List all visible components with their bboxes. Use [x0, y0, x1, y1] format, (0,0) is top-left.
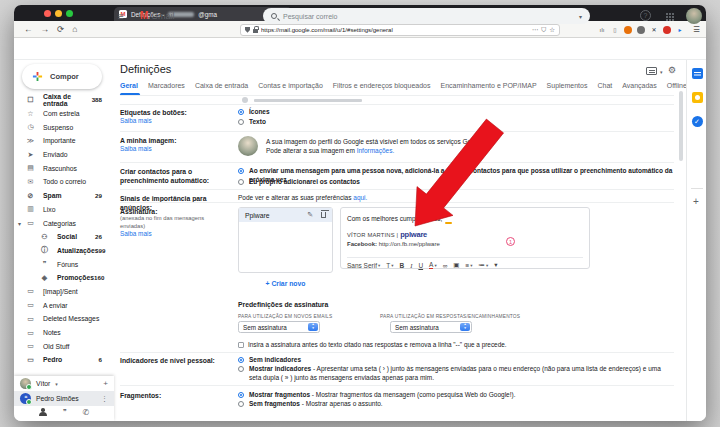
grammar-extension-badge[interactable]: 1 [506, 237, 515, 246]
radio-option[interactable]: Sem fragmentos - Mostrar apenas o assunt… [238, 400, 674, 409]
get-addons-icon[interactable]: + [693, 196, 699, 207]
learn-more-link[interactable]: Saiba mais [120, 117, 152, 124]
sidebar-item-categorias[interactable]: ▾▭Categorias [14, 216, 114, 230]
underline-button[interactable]: U [418, 262, 423, 269]
radio-icon[interactable] [238, 366, 244, 372]
sidebar-item-com-estrela[interactable]: ☆Com estrela [14, 107, 114, 121]
reload-button[interactable]: ⟳ [57, 24, 64, 34]
sidebar-item-spam[interactable]: ⊘Spam29 [14, 189, 114, 203]
radio-selected-icon[interactable] [238, 392, 244, 398]
account-avatar[interactable] [686, 8, 702, 24]
informacoes-link[interactable]: Informações. [357, 147, 395, 154]
radio-icon[interactable] [238, 401, 244, 407]
tab-filtros-e-endere-os-bloqueados[interactable]: Filtros e endereços bloqueados [333, 82, 431, 89]
sidebar-icon[interactable]: ▯ [611, 26, 619, 34]
reading-list-icon[interactable]: ıIı [598, 26, 606, 34]
url-bar[interactable]: https://mail.google.com/mail/u/1/#settin… [240, 24, 560, 36]
radio-selected-icon[interactable] [238, 357, 244, 363]
hamburger-icon[interactable]: ≡ [118, 11, 124, 22]
gear-icon[interactable]: ⚙ [668, 65, 676, 75]
radio-option[interactable]: Mostrar fragmentos - Mostrar fragmentos … [238, 391, 674, 400]
sidebar-item-suspenso[interactable]: ◷Suspenso [14, 120, 114, 134]
sidebar-item-rascunhos[interactable]: ▤Rascunhos [14, 161, 114, 175]
url-text[interactable]: https://mail.google.com/mail/u/1/#settin… [261, 27, 529, 33]
aqui-link[interactable]: aqui. [353, 194, 367, 201]
sidebar-item-a-enviar[interactable]: ▭A enviar [14, 298, 114, 312]
search-options-caret-icon[interactable]: ▾ [579, 13, 582, 20]
sidebar-item-atualiza-es[interactable]: ⓘAtualizações99 [14, 244, 114, 258]
italic-button[interactable]: I [410, 262, 412, 269]
tab-contas-e-importa-o[interactable]: Contas e importação [258, 82, 323, 89]
back-button[interactable]: ← [24, 24, 33, 34]
tab-avan-adas[interactable]: Avançadas [622, 82, 657, 89]
tab-encaminhamento-e-pop-imap[interactable]: Encaminhamento e POP/IMAP [440, 82, 536, 89]
display-density-icon[interactable] [646, 67, 657, 75]
delete-trash-icon[interactable] [321, 212, 326, 218]
hangouts-icon[interactable]: ❞ [63, 408, 67, 417]
zoom-button[interactable] [66, 10, 73, 17]
rss-extension-icon[interactable] [624, 26, 632, 34]
page-actions-icon[interactable]: ⋯ [532, 26, 539, 34]
signature-select-new-emails[interactable]: Sem assinatura▲▼ [238, 321, 320, 333]
more-formatting-button[interactable]: ▾ [494, 261, 497, 269]
tab-chat[interactable]: Chat [597, 82, 612, 89]
sidebar-item-notes[interactable]: ▭Notes [14, 326, 114, 340]
sidebar-item-todo-o-correio[interactable]: ✉Todo o correio [14, 175, 114, 189]
signature-checkbox[interactable] [238, 342, 244, 348]
insert-photo-button[interactable]: ▣ [453, 261, 459, 269]
container-tab-icon[interactable]: ▸ [676, 26, 684, 34]
keep-icon[interactable] [692, 92, 703, 103]
bookmark-star-icon[interactable]: ☆ [549, 26, 555, 34]
text-color-button[interactable]: A▾ [429, 261, 437, 269]
radio-icon[interactable] [238, 179, 244, 185]
scrollbar-thumb[interactable] [679, 91, 683, 161]
tab-suplementos[interactable]: Suplementos [547, 82, 588, 89]
minimize-button[interactable] [55, 10, 62, 17]
tab-caixa-de-entrada[interactable]: Caixa de entrada [195, 82, 248, 89]
edit-pencil-icon[interactable]: ✎ [307, 211, 313, 219]
more-options-icon[interactable]: ⋮ [101, 395, 108, 403]
sidebar-item-lixo[interactable]: ▥Lixo [14, 203, 114, 217]
help-icon[interactable]: ? [640, 10, 651, 21]
sidebar-item-promo-es[interactable]: ◈Promoções160 [14, 271, 114, 285]
search-input[interactable]: Pesquisar correio ▾ [263, 8, 590, 24]
create-new-signature-button[interactable]: + Criar novo [238, 280, 333, 287]
chevron-down-icon[interactable]: ▾ [18, 220, 25, 227]
sidebar-item-social[interactable]: ⚇Social26 [14, 230, 114, 244]
sidebar-item-enviado[interactable]: ➤Enviado [14, 148, 114, 162]
sidebar-item-pedro[interactable]: ▭Pedro6 [14, 353, 114, 367]
sidebar-item-importante[interactable]: ≫Importante [14, 134, 114, 148]
bold-button[interactable]: B [400, 262, 405, 269]
add-chat-icon[interactable]: + [103, 379, 108, 388]
tab-geral[interactable]: Geral [120, 82, 138, 89]
home-button[interactable]: ⌂ [72, 24, 77, 34]
sidebar-item-deleted-messages[interactable]: ▭Deleted Messages [14, 312, 114, 326]
font-select-button[interactable]: Sans Serif▾ [347, 262, 380, 269]
tab-marcadores[interactable]: Marcadores [148, 82, 185, 89]
chat-user-row[interactable]: Vítor ▾ + [14, 376, 114, 391]
calendar-icon[interactable] [692, 68, 703, 79]
tasks-icon[interactable]: ✓ [692, 116, 703, 127]
learn-more-link[interactable]: Saiba mais [120, 230, 152, 237]
signature-item-selected[interactable]: Pplware ✎ [239, 208, 332, 222]
apps-grid-icon[interactable] [666, 13, 668, 15]
adblock-icon[interactable] [663, 26, 671, 34]
tab-offline[interactable]: Offline [667, 82, 687, 89]
radio-option[interactable]: Sem indicadores [238, 356, 674, 365]
radio-selected-icon[interactable] [238, 168, 244, 174]
radio-option[interactable]: Mostrar indicadores - Apresentar uma set… [238, 365, 674, 383]
insert-link-button[interactable]: ∞ [443, 262, 448, 269]
compose-button[interactable]: Compor [22, 64, 102, 89]
chevron-down-icon[interactable]: ▾ [55, 381, 58, 387]
radio-selected-icon[interactable] [238, 109, 244, 115]
sidebar-item-f-runs[interactable]: ❞Fóruns [14, 257, 114, 271]
radio-icon[interactable] [238, 119, 244, 125]
signature-select-replies[interactable]: Sem assinatura▲▼ [390, 321, 472, 333]
phone-icon[interactable]: ✆ [83, 408, 90, 417]
chat-contact-row[interactable]: ❝ Pedro Simões ⋮ [14, 391, 114, 406]
sidebar-item-caixa-de-entrada[interactable]: ☐Caixa de entrada388 [14, 93, 114, 107]
close-button[interactable] [44, 10, 51, 17]
sidebar-item-old-stuff[interactable]: ▭Old Stuff [14, 339, 114, 353]
learn-more-link[interactable]: Saiba mais [120, 145, 152, 152]
text-size-button[interactable]: T▾ [386, 262, 393, 269]
